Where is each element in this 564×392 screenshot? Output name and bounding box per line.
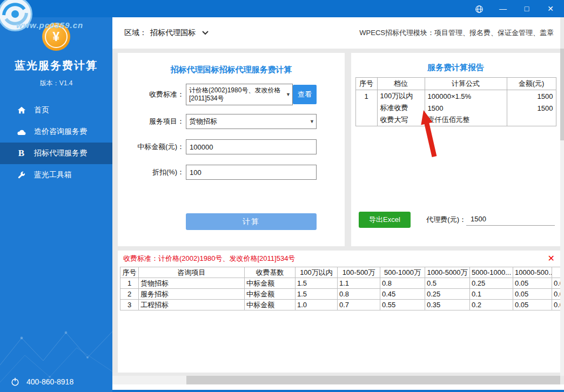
sidebar-item-label: 招标代理服务费 (34, 148, 87, 158)
discount-label: 折扣(%)： (118, 167, 186, 177)
sidebar-item-label: 首页 (34, 105, 49, 115)
region-select[interactable]: 招标代理国标 (150, 28, 209, 38)
report-cell (355, 102, 377, 114)
sidebar-item-home[interactable]: 首页 (0, 99, 112, 121)
chevron-down-icon (202, 31, 209, 35)
std-col-header: 50 (552, 267, 561, 278)
std-cell: 0.05 (513, 300, 552, 310)
support-phone: 400-860-8918 (26, 377, 73, 386)
select-arrow-icon: ▼ (286, 92, 291, 97)
std-cell: 服务招标 (139, 289, 245, 300)
std-col-header: 500-1000万 (380, 267, 425, 278)
std-col-header: 100万以内 (296, 267, 338, 278)
calc-panel-title: 招标代理国标招标代理服务费计算 (118, 65, 345, 75)
fee-standard-panel: 收费标准：计价格(2002)1980号、发改价格[2011]534号 ✕ 序号 … (118, 251, 560, 373)
service-item-select[interactable]: 货物招标 ▼ (186, 114, 317, 129)
service-item-label: 服务项目： (118, 117, 186, 126)
sidebar-item-cost-consulting[interactable]: 造价咨询服务费 (0, 121, 112, 143)
vertical-scrollbar[interactable] (560, 49, 564, 376)
export-excel-button[interactable]: 导出Excel (359, 212, 411, 228)
std-cell: 0.35 (425, 300, 470, 310)
maximize-button[interactable]: □ (522, 0, 532, 17)
report-cell: 1500 (507, 90, 556, 103)
std-cell: 1.0 (296, 300, 338, 310)
report-cell: 100万以内 (377, 90, 425, 103)
letter-b-icon: B (16, 148, 26, 159)
horizontal-scrollbar[interactable] (112, 376, 560, 384)
calc-form: 收费标准： 计价格(2002)1980号、发改价格[2011]534号 ▼ 查看… (118, 84, 345, 180)
std-cell: 3 (120, 300, 139, 310)
sidebar-footer: 400-860-8918 (0, 376, 112, 387)
cloud-icon (16, 127, 26, 137)
bottom-strip (112, 384, 564, 390)
std-col-header: 100-500万 (338, 267, 380, 278)
app-title: 蓝光服务费计算 (0, 58, 112, 73)
report-table-row: 标准收费 1500 1500 (355, 102, 556, 114)
report-cell: 1500 (507, 102, 556, 114)
std-cell: 0.45 (380, 289, 425, 300)
report-actions: 导出Excel 代理费(元)： 1500 (359, 212, 555, 228)
std-cell: 中标金额 (245, 289, 296, 300)
report-cell: 标准收费 (377, 102, 425, 114)
globe-icon[interactable] (474, 0, 484, 17)
std-col-header: 咨询项目 (139, 267, 245, 278)
wrench-icon (16, 170, 26, 180)
discount-input[interactable] (186, 165, 317, 180)
sidebar-item-toolbox[interactable]: 蓝光工具箱 (0, 164, 112, 186)
sidebar-item-label: 造价咨询服务费 (34, 127, 87, 137)
app-window: — □ ✕ www.pc0359.cn ¥ 蓝光服务费计算 版本：V1.4 首页 (0, 0, 564, 392)
fee-standard-row: 2 服务招标 中标金额 1.5 0.8 0.45 0.25 0.1 0.05 0… (120, 289, 561, 300)
std-cell: 1.1 (338, 278, 380, 289)
std-cell: 1.5 (296, 289, 338, 300)
bid-amount-input[interactable] (186, 139, 317, 154)
minimize-button[interactable]: — (498, 0, 508, 17)
std-cell: 中标金额 (245, 300, 296, 310)
region-label: 区域： (124, 28, 147, 38)
agency-fee-label: 代理费(元)： (426, 215, 466, 225)
main-area: 区域： 招标代理国标 WPECS招标代理模块：项目管理、报名费、保证金管理、盖章… (112, 17, 564, 392)
bid-amount-label: 中标金额(元)： (118, 142, 186, 152)
vertical-scrollbar-thumb[interactable] (560, 49, 564, 140)
std-cell: 0.1 (470, 289, 513, 300)
report-col-header: 档位 (377, 78, 425, 90)
view-button[interactable]: 查看 (293, 85, 317, 104)
agency-fee-group: 代理费(元)： 1500 (426, 214, 555, 226)
close-button[interactable]: ✕ (546, 0, 555, 17)
std-cell: 2 (120, 289, 139, 300)
fee-standard-select[interactable]: 计价格(2002)1980号、发改价格[2011]534号 ▼ (186, 84, 293, 105)
fee-standard-table: 序号 咨询项目 收费基数 100万以内 100-500万 500-1000万 1… (120, 267, 560, 310)
std-cell: 0.05 (513, 278, 552, 289)
sidebar-item-bidding-agency[interactable]: B 招标代理服务费 (0, 143, 112, 164)
report-col-header: 计算公式 (425, 78, 507, 90)
select-arrow-icon: ▼ (310, 119, 314, 124)
report-col-header: 金额(元) (507, 78, 556, 90)
std-cell: 1.5 (296, 278, 338, 289)
horizontal-scrollbar-thumb[interactable] (186, 376, 560, 384)
agency-fee-value[interactable]: 1500 (466, 214, 555, 226)
fee-standard-header-row: 序号 咨询项目 收费基数 100万以内 100-500万 500-1000万 1… (120, 267, 561, 278)
calculate-button[interactable]: 计算 (186, 213, 317, 230)
std-col-header: 1000-5000万 (425, 267, 470, 278)
report-table-header-row: 序号 档位 计算公式 金额(元) (355, 78, 556, 90)
report-cell (507, 114, 556, 126)
service-item-value: 货物招标 (186, 116, 227, 127)
std-col-header: 10000-500... (513, 267, 552, 278)
std-col-header: 收费基数 (245, 267, 296, 278)
std-cell: 0.0 (552, 300, 561, 310)
main-topbar: 区域： 招标代理国标 WPECS招标代理模块：项目管理、报名费、保证金管理、盖章 (112, 17, 560, 49)
report-cell: 收费大写 (377, 114, 425, 126)
report-table-row: 1 100万以内 100000×1.5% 1500 (355, 90, 556, 103)
fee-standard-row: 3 工程招标 中标金额 1.0 0.7 0.55 0.35 0.2 0.05 0… (120, 300, 561, 310)
fee-standard-value: 计价格(2002)1980号、发改价格[2011]534号 (186, 85, 292, 104)
std-cell: 0.0 (552, 289, 561, 300)
report-cell: 1 (355, 90, 377, 103)
report-table: 序号 档位 计算公式 金额(元) 1 100万以内 100000×1.5% 15… (355, 77, 556, 126)
power-icon[interactable] (10, 376, 20, 387)
std-cell: 中标金额 (245, 278, 296, 289)
std-col-header: 序号 (120, 267, 139, 278)
watermark-url: www.pc0359.cn (16, 21, 83, 30)
panel-close-icon[interactable]: ✕ (548, 254, 555, 263)
titlebar: — □ ✕ (0, 0, 564, 17)
fee-standard-header: 收费标准：计价格(2002)1980号、发改价格[2011]534号 ✕ (118, 251, 560, 267)
fee-standard-header-text: 收费标准：计价格(2002)1980号、发改价格[2011]534号 (123, 254, 295, 263)
